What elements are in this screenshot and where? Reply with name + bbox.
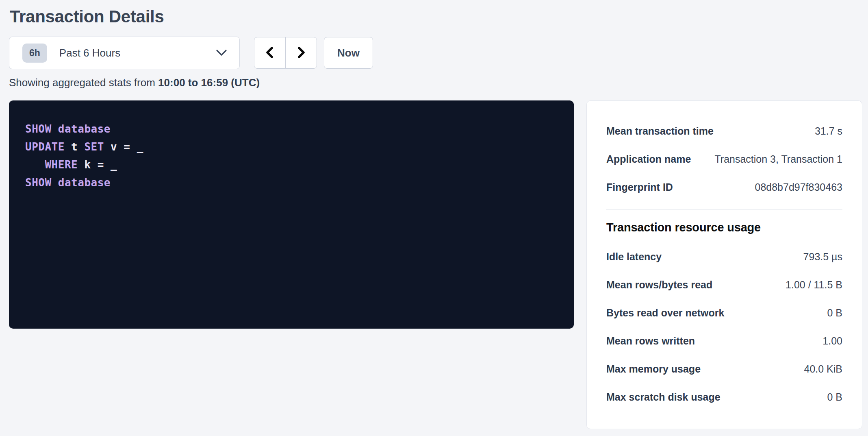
summary-row: Idle latency793.5 µs (606, 243, 842, 271)
stat-label: Idle latency (606, 251, 670, 263)
transaction-summary-card: Mean transaction time31.7 sApplication n… (586, 100, 862, 429)
next-time-button[interactable] (285, 37, 317, 69)
time-range-label: Past 6 Hours (59, 47, 216, 59)
summary-row: Bytes read over network0 B (606, 299, 842, 327)
sql-code-line: SHOW database (25, 174, 558, 192)
overview-rows: Mean transaction time31.7 sApplication n… (606, 117, 842, 201)
summary-row: Max memory usage40.0 KiB (606, 355, 842, 383)
sql-code-line: UPDATE t SET v = _ (25, 138, 558, 156)
chevron-left-icon (264, 46, 276, 61)
stat-label: Max scratch disk usage (606, 391, 729, 403)
time-nav-group (254, 37, 317, 69)
summary-divider (606, 209, 842, 210)
summary-row: Mean rows/bytes read1.00 / 11.5 B (606, 271, 842, 299)
sql-statement-panel: SHOW databaseUPDATE t SET v = _ WHERE k … (9, 100, 574, 329)
stat-value: 1.00 / 11.5 B (786, 279, 842, 291)
chevron-right-icon (295, 46, 307, 61)
summary-row: Mean rows written1.00 (606, 327, 842, 355)
stat-value: 0 B (827, 307, 842, 319)
main-content: SHOW databaseUPDATE t SET v = _ WHERE k … (9, 100, 868, 429)
transaction-details-page: Transaction Details 6h Past 6 Hours (0, 0, 868, 429)
time-range-badge: 6h (22, 44, 47, 63)
summary-row: Mean transaction time31.7 s (606, 117, 842, 145)
stat-value: Transaction 3, Transaction 1 (714, 153, 842, 165)
stat-label: Mean rows/bytes read (606, 279, 720, 291)
stat-value: 0 B (827, 391, 842, 403)
stat-label: Mean transaction time (606, 125, 722, 137)
stat-value: 31.7 s (815, 125, 842, 137)
chevron-down-icon (216, 49, 227, 58)
resource-usage-rows: Idle latency793.5 µsMean rows/bytes read… (606, 243, 842, 411)
resource-usage-heading: Transaction resource usage (606, 221, 842, 234)
previous-time-button[interactable] (254, 37, 286, 69)
sql-code-line: WHERE k = _ (25, 156, 558, 174)
stat-value: 08d8b7d97f830463 (755, 181, 842, 193)
aggregated-stats-caption: Showing aggregated stats from 10:00 to 1… (9, 76, 868, 89)
stat-label: Max memory usage (606, 363, 709, 375)
stat-label: Mean rows written (606, 335, 703, 347)
stat-label: Fingerprint ID (606, 181, 681, 193)
stat-value: 40.0 KiB (804, 363, 842, 375)
summary-row: Application nameTransaction 3, Transacti… (606, 145, 842, 173)
summary-row: Max scratch disk usage0 B (606, 383, 842, 411)
sql-code-line: SHOW database (25, 120, 558, 138)
stats-caption-prefix: Showing aggregated stats from (9, 76, 158, 89)
stat-value: 1.00 (822, 335, 842, 347)
stat-label: Application name (606, 153, 699, 165)
now-button[interactable]: Now (324, 37, 373, 69)
stat-label: Bytes read over network (606, 307, 732, 319)
stat-value: 793.5 µs (803, 251, 842, 263)
summary-row: Fingerprint ID08d8b7d97f830463 (606, 173, 842, 201)
page-title: Transaction Details (10, 7, 868, 27)
time-range-dropdown[interactable]: 6h Past 6 Hours (9, 37, 240, 69)
time-controls: 6h Past 6 Hours (9, 37, 868, 69)
stats-caption-range: 10:00 to 16:59 (UTC) (158, 76, 260, 89)
